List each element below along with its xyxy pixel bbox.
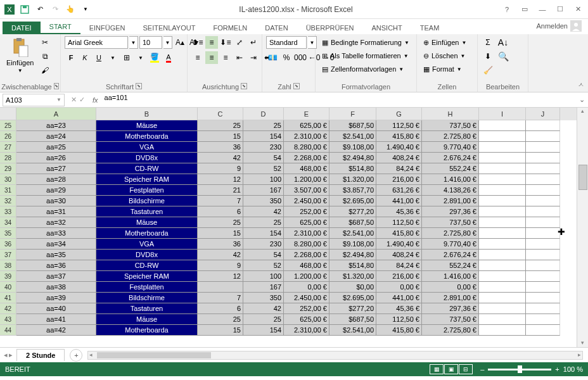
cell[interactable]: $9.108,00 (329, 239, 376, 250)
cell[interactable]: 45,36 € (376, 303, 422, 314)
cell[interactable]: 297,36 € (422, 303, 479, 314)
row-header[interactable]: 27 (0, 142, 16, 153)
comma-icon[interactable]: 000 (294, 51, 307, 64)
cell[interactable]: 25 (243, 314, 284, 325)
cell[interactable]: 441,00 € (376, 293, 422, 303)
cell[interactable]: $1.320,00 (329, 174, 376, 185)
cell[interactable] (479, 153, 526, 163)
cell[interactable]: $2.541,00 (329, 228, 376, 239)
cell[interactable]: 21 (198, 185, 243, 196)
column-header-I[interactable]: I (479, 108, 526, 120)
cell[interactable]: $687,50 (329, 217, 376, 228)
wrap-text-icon[interactable]: ↵ (247, 36, 260, 49)
cell[interactable]: 737,50 € (422, 314, 479, 325)
cell[interactable]: 216,00 € (376, 174, 422, 185)
cell[interactable]: 2.310,00 € (284, 228, 329, 239)
cell[interactable] (526, 250, 560, 260)
tab-start[interactable]: START (41, 20, 80, 34)
cell[interactable]: aa=38 (16, 282, 96, 293)
cell[interactable]: $0,00 (329, 282, 376, 293)
italic-button[interactable]: K (79, 51, 91, 64)
tab-data[interactable]: DATEN (256, 22, 297, 34)
format-cells-button[interactable]: ▦Format▼ (421, 63, 464, 75)
cell[interactable]: 154 (243, 325, 284, 336)
cell[interactable]: $1.320,00 (329, 271, 376, 282)
row-header[interactable]: 28 (0, 153, 16, 163)
cell[interactable]: 6 (198, 303, 243, 314)
row-header[interactable]: 39 (0, 271, 16, 282)
cell[interactable]: 0,00 € (422, 282, 479, 293)
expand-formula-bar-icon[interactable]: ⌄ (575, 96, 588, 104)
sign-in[interactable]: Anmelden (530, 18, 588, 34)
cell[interactable]: Mäuse (96, 120, 198, 131)
border-dropdown-icon[interactable]: ▼ (134, 51, 147, 64)
cell[interactable]: DVD8x (96, 153, 198, 163)
cell[interactable] (479, 185, 526, 196)
cell[interactable]: aa=31 (16, 206, 96, 217)
undo-icon[interactable]: ↶ (33, 3, 47, 16)
cell[interactable]: CD-RW (96, 163, 198, 174)
cell[interactable]: 216,00 € (376, 271, 422, 282)
cell[interactable] (526, 217, 560, 228)
cell[interactable]: aa=41 (16, 314, 96, 325)
clipboard-dialog-icon[interactable]: ⬊ (54, 83, 59, 89)
cell[interactable]: 154 (243, 228, 284, 239)
cell[interactable]: 8.280,00 € (284, 239, 329, 250)
cell[interactable]: 3.507,00 € (284, 185, 329, 196)
cell[interactable] (479, 142, 526, 153)
cell[interactable]: $2.695,00 (329, 196, 376, 206)
cell[interactable]: 112,50 € (376, 314, 422, 325)
row-header[interactable]: 36 (0, 239, 16, 250)
align-right-icon[interactable]: ≡ (219, 51, 232, 64)
cell[interactable] (526, 271, 560, 282)
find-select-icon[interactable]: 🔍 (497, 50, 509, 63)
cell[interactable]: 297,36 € (422, 206, 479, 217)
name-box[interactable]: A103▼ (3, 94, 65, 106)
column-header-H[interactable]: H (422, 108, 479, 120)
cell[interactable] (479, 120, 526, 131)
cell[interactable] (526, 174, 560, 185)
cell[interactable]: 54 (243, 250, 284, 260)
cell[interactable]: aa=33 (16, 228, 96, 239)
row-header[interactable]: 44 (0, 325, 16, 336)
paste-button[interactable]: Einfügen ▼ (4, 36, 36, 75)
cell[interactable]: DVD8x (96, 250, 198, 260)
fill-icon[interactable]: ⬇ (482, 50, 494, 63)
cell[interactable] (479, 325, 526, 336)
cell[interactable]: 9.770,40 € (422, 239, 479, 250)
cell[interactable]: Festplatten (96, 282, 198, 293)
cell[interactable] (479, 196, 526, 206)
cell[interactable] (479, 293, 526, 303)
zoom-out-icon[interactable]: – (480, 365, 484, 373)
cell[interactable] (479, 282, 526, 293)
cell[interactable]: $9.108,00 (329, 142, 376, 153)
cell[interactable]: Tastaturen (96, 303, 198, 314)
row-header[interactable]: 29 (0, 163, 16, 174)
close-icon[interactable]: ✕ (570, 3, 585, 16)
font-name-select[interactable] (65, 36, 128, 49)
cell[interactable]: 2.725,80 € (422, 325, 479, 336)
cell[interactable]: 1.200,00 € (284, 174, 329, 185)
cell[interactable]: 415,80 € (376, 131, 422, 142)
cell[interactable]: 408,24 € (376, 250, 422, 260)
cell[interactable]: Speicher RAM (96, 271, 198, 282)
cell[interactable]: 2.725,80 € (422, 228, 479, 239)
cell[interactable]: 15 (198, 228, 243, 239)
tab-review[interactable]: ÜBERPRÜFEN (297, 22, 363, 34)
cell[interactable]: Motherboarda (96, 325, 198, 336)
cell[interactable]: 25 (243, 120, 284, 131)
cell[interactable]: 7 (198, 293, 243, 303)
cell[interactable]: 25 (198, 217, 243, 228)
cell[interactable]: 625,00 € (284, 217, 329, 228)
cell[interactable]: $2.541,00 (329, 325, 376, 336)
cell[interactable] (479, 314, 526, 325)
cell[interactable]: 2.891,00 € (422, 196, 479, 206)
cell[interactable] (526, 228, 560, 239)
cell[interactable] (526, 163, 560, 174)
cell[interactable]: 15 (198, 325, 243, 336)
cell[interactable]: $3.857,70 (329, 185, 376, 196)
cell[interactable]: aa=34 (16, 239, 96, 250)
cell[interactable]: 54 (243, 153, 284, 163)
cell[interactable]: 2.676,24 € (422, 153, 479, 163)
cell[interactable]: Festplatten (96, 185, 198, 196)
